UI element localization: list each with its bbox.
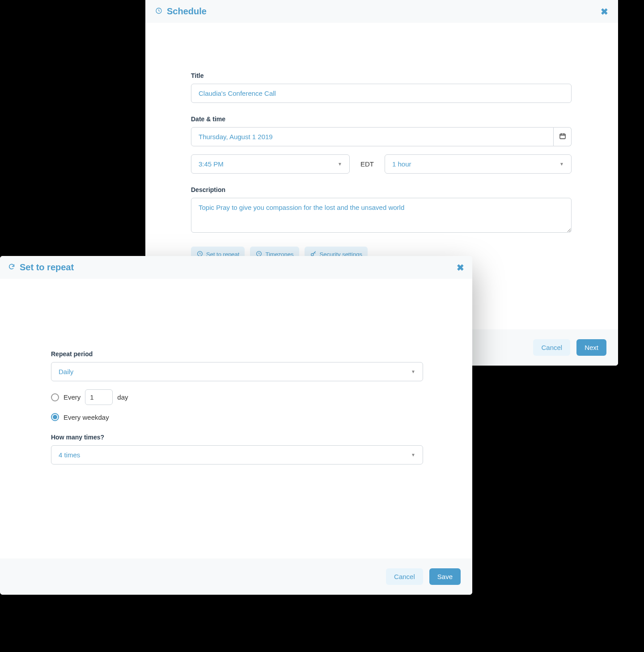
svg-rect-1 (560, 134, 565, 139)
time-select[interactable]: 3:45 PM ▼ (191, 154, 350, 174)
how-many-times-label: How many times? (51, 434, 423, 441)
repeat-period-value: Daily (59, 368, 411, 375)
every-unit-label: day (117, 393, 128, 401)
caret-down-icon: ▼ (338, 162, 342, 166)
duration-value: 1 hour (392, 160, 559, 168)
clock-icon (155, 7, 162, 16)
caret-down-icon: ▼ (559, 162, 564, 166)
repeat-footer: Cancel Save (0, 558, 472, 595)
duration-select[interactable]: 1 hour ▼ (385, 154, 572, 174)
repeat-form: Repeat period Daily ▼ Every day Every we… (0, 279, 472, 558)
date-input[interactable] (191, 127, 554, 146)
close-icon[interactable]: ✖ (457, 263, 464, 272)
next-button[interactable]: Next (576, 339, 606, 356)
description-label: Description (191, 186, 572, 193)
repeat-modal-header: Set to repeat ✖ (0, 256, 472, 279)
title-label: Title (191, 72, 572, 79)
schedule-modal-header: Schedule ✖ (145, 0, 618, 23)
repeat-title: Set to repeat (20, 262, 74, 273)
schedule-title: Schedule (167, 6, 207, 17)
close-icon[interactable]: ✖ (601, 7, 608, 16)
repeat-modal: Set to repeat ✖ Repeat period Daily ▼ Ev… (0, 256, 472, 595)
every-n-radio[interactable] (51, 393, 59, 401)
every-label: Every (64, 393, 80, 401)
description-input[interactable] (191, 198, 572, 233)
datetime-label: Date & time (191, 115, 572, 123)
every-weekday-label: Every weekday (64, 413, 109, 421)
title-input[interactable] (191, 84, 572, 103)
time-value: 3:45 PM (199, 160, 338, 168)
repeat-period-select[interactable]: Daily ▼ (51, 362, 423, 381)
cancel-button[interactable]: Cancel (533, 339, 570, 356)
caret-down-icon: ▼ (411, 369, 415, 374)
timezone-label: EDT (358, 160, 377, 168)
refresh-icon (8, 263, 15, 272)
caret-down-icon: ▼ (411, 452, 415, 457)
cancel-button[interactable]: Cancel (386, 568, 423, 585)
calendar-icon (559, 132, 566, 141)
every-weekday-radio[interactable] (51, 413, 59, 421)
repeat-period-label: Repeat period (51, 350, 423, 358)
repeat-times-value: 4 times (59, 451, 411, 459)
save-button[interactable]: Save (429, 568, 461, 585)
repeat-times-select[interactable]: 4 times ▼ (51, 445, 423, 464)
every-n-input[interactable] (85, 389, 113, 405)
calendar-button[interactable] (554, 127, 572, 146)
